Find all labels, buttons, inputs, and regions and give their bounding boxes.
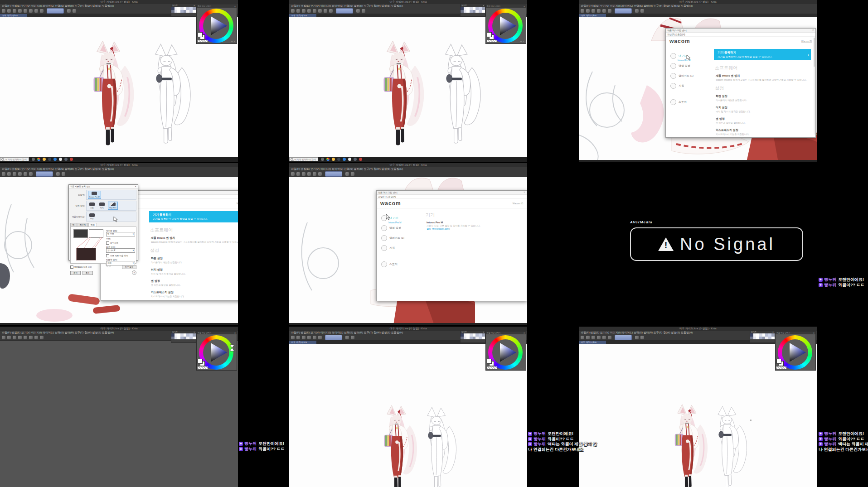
close-icon[interactable]: ×	[524, 332, 525, 334]
toolbar-icon[interactable]	[345, 172, 349, 176]
toolbar-icon[interactable]	[592, 9, 595, 13]
chat-username[interactable]: 빵누뒤	[824, 442, 836, 446]
toolbar-icon[interactable]	[62, 172, 65, 176]
chat-username[interactable]: 빵누뒤	[824, 431, 836, 436]
toolbar-icon[interactable]	[329, 9, 333, 13]
pen-mode-select[interactable]: 펜 모드▾	[106, 232, 135, 236]
document-tab[interactable]: 여우 캐릭터.kra	[289, 14, 316, 17]
toolbar-icon[interactable]	[313, 172, 316, 176]
gray-app-icon[interactable]	[354, 158, 357, 161]
toolbar-icon[interactable]	[296, 172, 300, 176]
color-swatch[interactable]	[177, 10, 180, 13]
color-swatch[interactable]	[461, 337, 464, 340]
brush-preset-chip[interactable]	[47, 8, 64, 14]
color-swatch[interactable]	[180, 10, 184, 13]
chat-username[interactable]: 빵누뒤	[244, 447, 257, 451]
toolbar-icon[interactable]	[2, 9, 5, 13]
krita-menubar[interactable]: 파일(F) 편집(E) 보기(V) 이미지(I) 레이어(L) 선택(S) 필터…	[0, 167, 238, 171]
brush-preset-chip[interactable]	[615, 8, 632, 14]
settings-item[interactable]: 화면 설정 디스플레이 배열을 설정합니다.	[151, 256, 238, 264]
fg-bg-colors[interactable]	[487, 359, 494, 366]
toolbar-icon[interactable]	[2, 336, 5, 339]
color-swatch[interactable]	[762, 337, 766, 340]
toolbar-icon[interactable]	[13, 336, 16, 339]
color-swatch[interactable]	[189, 337, 193, 340]
light-app-icon[interactable]	[59, 158, 62, 161]
brush-preset-chip[interactable]	[36, 171, 53, 177]
color-swatch[interactable]	[470, 10, 473, 13]
fg-bg-colors[interactable]	[776, 359, 784, 366]
toolbar-icon[interactable]	[608, 9, 611, 13]
windows-ink-checkbox[interactable]: Windows 잉크 사용	[70, 265, 92, 269]
all-applications-chip[interactable]: 모두	[88, 212, 96, 221]
krita-menubar[interactable]: 파일(F) 편집(E) 보기(V) 이미지(I) 레이어(L) 선택(S) 필터…	[579, 4, 817, 8]
dark-app-icon[interactable]	[48, 158, 51, 161]
color-swatch[interactable]	[482, 10, 485, 13]
fg-bg-colors[interactable]	[198, 32, 205, 39]
color-swatch[interactable]	[759, 337, 762, 340]
color-swatch[interactable]	[771, 337, 775, 340]
document-tab[interactable]: 여우 캐릭터.kra	[289, 341, 316, 344]
flip-checkbox[interactable]: 좌우전환	[106, 241, 137, 245]
task-view-icon[interactable]	[32, 158, 35, 161]
toolbar-icon[interactable]	[351, 172, 354, 176]
props-tab[interactable]: 매핑	[88, 223, 97, 227]
gray-app-icon[interactable]	[64, 158, 68, 161]
color-swatch[interactable]	[482, 337, 485, 340]
software-item[interactable]: 제품 Intuos 펜 설치 Wacom Intuos와 함께 제공되는 소프트…	[151, 236, 238, 243]
red-app-icon[interactable]	[359, 158, 362, 161]
dark-app-icon[interactable]	[337, 158, 340, 161]
close-icon[interactable]: ✕	[135, 185, 136, 188]
device-item[interactable]: Intuos Pro M 사용자 지정, 기본 설정 등 장치를 관리할 수 있…	[427, 221, 522, 230]
fg-bg-colors[interactable]	[198, 359, 205, 366]
document-tab[interactable]: 여우 캐릭터.kra	[0, 14, 27, 17]
sidebar-item-backup[interactable]: 백업 설정	[377, 225, 422, 231]
sidebar-item-updates[interactable]: 업데이트 (1)	[666, 72, 711, 79]
edge-icon[interactable]	[53, 158, 57, 161]
color-swatch[interactable]	[479, 337, 482, 340]
tablet-area-rect[interactable]	[76, 248, 96, 260]
color-swatch[interactable]	[184, 337, 187, 340]
toolbar-icon[interactable]	[302, 336, 305, 339]
color-swatch[interactable]	[171, 337, 175, 340]
toolbar-icon[interactable]	[18, 9, 22, 13]
toolbar-icon[interactable]	[318, 172, 322, 176]
toolbar-icon[interactable]	[67, 9, 71, 13]
toolbar-icon[interactable]	[597, 336, 601, 339]
close-icon[interactable]: ×	[813, 332, 815, 334]
brush-preset-chip[interactable]	[336, 8, 353, 14]
toolbar-icon[interactable]	[581, 9, 584, 13]
color-swatch[interactable]	[470, 337, 473, 340]
settings-item[interactable]: 익스프레스키 설정 익스프레스키 기능을 지정합니다.	[151, 290, 238, 298]
help-button[interactable]: ?	[132, 270, 136, 275]
edge-icon[interactable]	[343, 158, 346, 161]
toolbar-icon[interactable]	[291, 336, 295, 339]
chat-username[interactable]: 빵누뒤	[824, 277, 836, 282]
toolbar-icon[interactable]	[7, 9, 11, 13]
toolbar-icon[interactable]	[2, 172, 5, 176]
close-icon[interactable]: ✕	[812, 29, 814, 32]
settings-item[interactable]: 익스프레스키 설정 익스프레스키 기능을 지정합니다.	[716, 128, 811, 135]
ok-button[interactable]: 확인	[70, 271, 81, 275]
toolbar-icon[interactable]	[318, 9, 322, 13]
color-swatch[interactable]	[768, 337, 771, 340]
chat-username[interactable]: 빵누뒤	[533, 442, 546, 446]
grip-pen-chip[interactable]: Grip Pen	[108, 202, 118, 210]
taskbar-search[interactable]: 여기에 입력하여 검색	[0, 157, 29, 161]
toolbar-icon[interactable]	[34, 336, 38, 339]
chat-username[interactable]: 빵누뒤	[533, 437, 546, 441]
taskbar-search[interactable]: 여기에 입력하여 검색	[289, 157, 318, 161]
toolbar-icon[interactable]	[29, 9, 33, 13]
settings-item[interactable]: 터치 설정 터치 및 제스처 동작을 설정합니다.	[151, 268, 238, 275]
color-swatch[interactable]	[466, 10, 470, 13]
settings-item[interactable]: 펜 설정 펜 버튼과 필압을 설정합니다.	[151, 279, 238, 286]
toolbar-icon[interactable]	[24, 172, 27, 176]
toolbar-icon[interactable]	[302, 9, 305, 13]
document-tab[interactable]: 여우 캐릭터.kra	[579, 14, 606, 17]
toolbar-icon[interactable]	[324, 9, 327, 13]
toolbar-icon[interactable]	[296, 9, 300, 13]
toolbar-icon[interactable]	[362, 9, 365, 13]
color-swatch[interactable]	[175, 10, 178, 13]
register-device-banner[interactable]: 기기 등록하기 기기를 등록하면 다양한 혜택을 받을 수 있습니다. ›	[714, 49, 811, 60]
settings-item[interactable]: 터치 설정 터치 및 제스처 동작을 설정합니다.	[716, 106, 811, 113]
